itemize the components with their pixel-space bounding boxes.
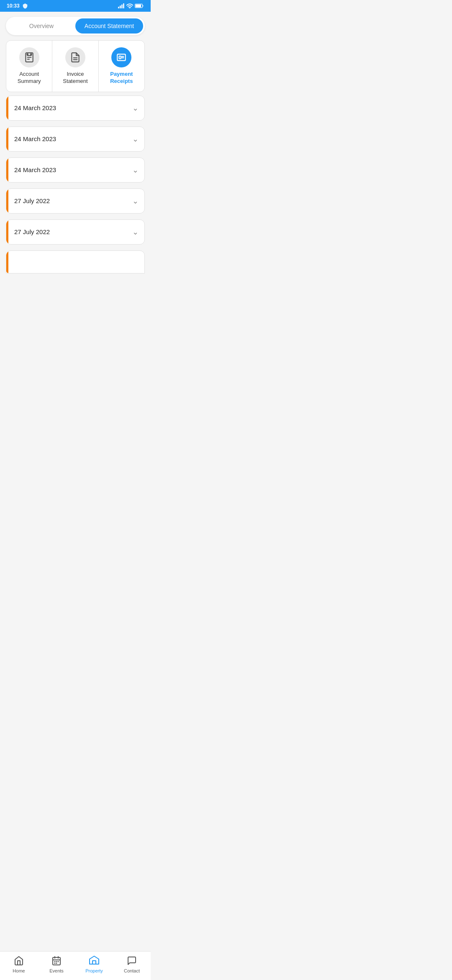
tab-invoice-statement[interactable]: Invoice Statement bbox=[52, 41, 98, 92]
tab-payment-receipts[interactable]: Payment Receipts bbox=[99, 41, 144, 92]
list-item-date: 27 July 2022 bbox=[8, 221, 126, 243]
invoice-statement-icon bbox=[70, 52, 81, 63]
list-item[interactable]: 24 March 2023 ⌄ bbox=[6, 157, 145, 183]
account-summary-label: Account Summary bbox=[10, 71, 49, 85]
payment-receipts-label: Payment Receipts bbox=[102, 71, 141, 85]
svg-rect-6 bbox=[136, 5, 141, 8]
account-summary-icon bbox=[24, 52, 35, 63]
svg-rect-3 bbox=[123, 3, 124, 8]
list-item-partial[interactable]: placeholder bbox=[6, 250, 145, 273]
list-item[interactable]: 24 March 2023 ⌄ bbox=[6, 95, 145, 121]
status-bar: 10:33 bbox=[0, 0, 151, 12]
svg-rect-11 bbox=[27, 54, 28, 55]
list-item[interactable]: 24 March 2023 ⌄ bbox=[6, 126, 145, 152]
invoice-statement-icon-circle bbox=[65, 47, 85, 67]
tab-overview[interactable]: Overview bbox=[8, 18, 75, 34]
chevron-down-icon: ⌄ bbox=[126, 158, 144, 182]
list-item-date: 24 March 2023 bbox=[8, 128, 126, 150]
list-item-date: 24 March 2023 bbox=[8, 159, 126, 181]
svg-point-4 bbox=[129, 8, 130, 8]
list-item[interactable]: 27 July 2022 ⌄ bbox=[6, 188, 145, 214]
list-item-date: 27 July 2022 bbox=[8, 190, 126, 212]
invoice-statement-label: Invoice Statement bbox=[56, 71, 95, 85]
list-item-accent bbox=[6, 251, 8, 273]
payment-receipts-icon bbox=[116, 52, 127, 63]
status-icons bbox=[118, 3, 144, 8]
chevron-down-icon: ⌄ bbox=[126, 96, 144, 120]
tab-account-statement[interactable]: Account Statement bbox=[75, 18, 143, 34]
svg-rect-2 bbox=[121, 5, 123, 8]
list-item[interactable]: 27 July 2022 ⌄ bbox=[6, 219, 145, 245]
receipt-list: 24 March 2023 ⌄ 24 March 2023 ⌄ 24 March… bbox=[0, 95, 151, 273]
signal-icon bbox=[118, 3, 125, 8]
toggle-tabs: Overview Account Statement bbox=[6, 17, 145, 35]
payment-receipts-icon-circle bbox=[111, 47, 131, 67]
shield-icon bbox=[22, 3, 28, 9]
svg-rect-1 bbox=[120, 5, 121, 8]
battery-icon bbox=[135, 3, 144, 8]
chevron-down-icon: ⌄ bbox=[126, 189, 144, 213]
tab-account-summary[interactable]: Account Summary bbox=[6, 41, 52, 92]
account-summary-icon-circle bbox=[19, 47, 39, 67]
svg-rect-0 bbox=[118, 7, 119, 8]
chevron-down-icon: ⌄ bbox=[126, 127, 144, 151]
svg-rect-16 bbox=[119, 56, 121, 59]
icon-tabs: Account Summary Invoice Statement Paymen… bbox=[6, 40, 145, 92]
status-time: 10:33 bbox=[7, 3, 28, 9]
chevron-down-icon: ⌄ bbox=[126, 220, 144, 244]
list-item-date: 24 March 2023 bbox=[8, 97, 126, 119]
wifi-icon bbox=[126, 3, 133, 8]
svg-rect-12 bbox=[31, 54, 31, 55]
